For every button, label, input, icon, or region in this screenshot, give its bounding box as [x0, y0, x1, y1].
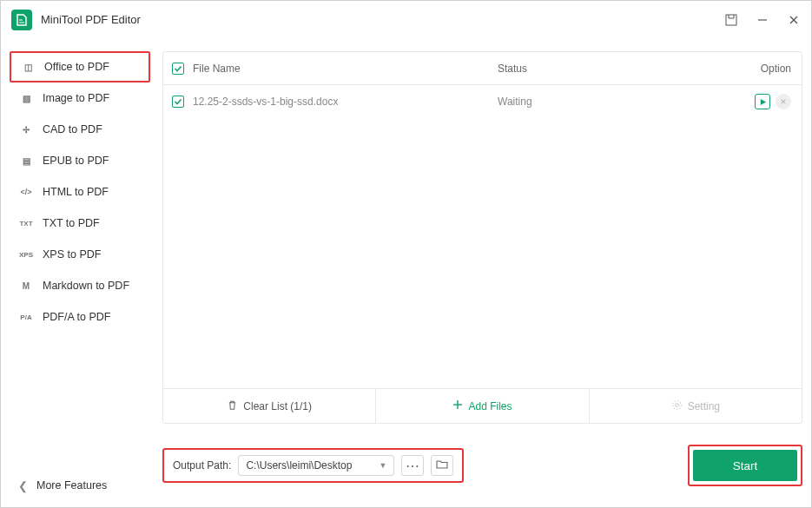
folder-icon: [436, 458, 448, 473]
sidebar-item-label: Image to PDF: [43, 92, 109, 104]
pdfa-icon: P/A: [18, 313, 34, 321]
save-window-icon[interactable]: [724, 13, 738, 27]
html-icon: </>: [18, 188, 34, 196]
close-button[interactable]: [787, 13, 801, 27]
output-path-group: Output Path: C:\Users\leimi\Desktop ▼ ⋯: [162, 448, 464, 483]
select-all-checkbox[interactable]: [172, 63, 184, 75]
sidebar-item-label: XPS to PDF: [43, 248, 101, 261]
txt-icon: TXT: [18, 220, 34, 228]
file-name-cell: 12.25-2-ssds-vs-1-big-ssd.docx: [193, 96, 498, 108]
column-header-option: Option: [732, 63, 802, 75]
app-logo: [11, 10, 32, 30]
chevron-down-icon: ▼: [379, 461, 386, 470]
bottom-bar: Output Path: C:\Users\leimi\Desktop ▼ ⋯ …: [162, 445, 802, 486]
trash-icon: [227, 399, 238, 413]
sidebar-item-label: EPUB to PDF: [43, 155, 109, 167]
sidebar-item-epub-to-pdf[interactable]: ▤ EPUB to PDF: [1, 145, 157, 176]
sidebar-item-label: Markdown to PDF: [43, 280, 129, 292]
row-checkbox[interactable]: [172, 96, 184, 108]
more-options-button[interactable]: ⋯: [401, 455, 424, 476]
sidebar-item-pdfa-to-pdf[interactable]: P/A PDF/A to PDF: [1, 301, 157, 333]
file-status-cell: Waiting: [498, 96, 732, 108]
titlebar: MiniTool PDF Editor: [1, 1, 811, 39]
output-path-dropdown[interactable]: C:\Users\leimi\Desktop ▼: [238, 455, 394, 476]
setting-label: Setting: [688, 400, 720, 412]
sidebar-item-label: CAD to PDF: [43, 123, 102, 135]
more-features-button[interactable]: ❮ More Features: [1, 464, 157, 507]
office-icon: ◫: [20, 63, 36, 72]
remove-row-button[interactable]: [776, 94, 791, 109]
clear-list-label: Clear List (1/1): [243, 400, 312, 412]
sidebar-item-html-to-pdf[interactable]: </> HTML to PDF: [1, 176, 157, 208]
cad-icon: ✢: [18, 125, 34, 135]
more-features-label: More Features: [36, 479, 107, 492]
start-button[interactable]: Start: [693, 450, 797, 481]
app-title: MiniTool PDF Editor: [41, 13, 724, 26]
sidebar-item-image-to-pdf[interactable]: ▧ Image to PDF: [1, 82, 157, 114]
svg-point-9: [675, 403, 678, 406]
svg-rect-0: [726, 15, 736, 25]
output-path-value: C:\Users\leimi\Desktop: [246, 459, 352, 472]
epub-icon: ▤: [18, 156, 34, 166]
sidebar-item-markdown-to-pdf[interactable]: M Markdown to PDF: [1, 270, 157, 301]
markdown-icon: M: [18, 281, 34, 291]
sidebar-item-cad-to-pdf[interactable]: ✢ CAD to PDF: [1, 114, 157, 145]
ellipsis-icon: ⋯: [406, 458, 419, 474]
sidebar-item-label: Office to PDF: [44, 61, 109, 73]
sidebar: ◫ Office to PDF ▧ Image to PDF ✢ CAD to …: [1, 39, 157, 507]
clear-list-button[interactable]: Clear List (1/1): [163, 389, 375, 423]
xps-icon: XPS: [18, 251, 34, 259]
table-header: File Name Status Option: [163, 52, 802, 85]
setting-button: Setting: [589, 389, 802, 423]
sidebar-item-xps-to-pdf[interactable]: XPS XPS to PDF: [1, 239, 157, 270]
table-footer: Clear List (1/1) Add Files Setting: [163, 388, 802, 423]
content-panel: File Name Status Option 12.25-2-ssds-vs-…: [157, 39, 811, 507]
browse-folder-button[interactable]: [431, 455, 453, 476]
sidebar-item-label: HTML to PDF: [43, 186, 109, 198]
gear-icon: [671, 399, 683, 413]
minimize-button[interactable]: [756, 13, 769, 27]
add-files-label: Add Files: [468, 400, 512, 412]
column-header-filename: File Name: [193, 63, 498, 75]
svg-point-10: [672, 400, 681, 409]
chevron-left-icon: ❮: [18, 479, 28, 492]
sidebar-item-txt-to-pdf[interactable]: TXT TXT to PDF: [1, 208, 157, 239]
file-table: File Name Status Option 12.25-2-ssds-vs-…: [162, 51, 802, 424]
output-path-label: Output Path:: [173, 459, 231, 472]
image-icon: ▧: [18, 94, 34, 103]
sidebar-item-label: PDF/A to PDF: [43, 311, 111, 323]
table-row[interactable]: 12.25-2-ssds-vs-1-big-ssd.docx Waiting: [163, 85, 802, 118]
convert-row-button[interactable]: [755, 94, 770, 109]
add-files-button[interactable]: Add Files: [375, 389, 588, 423]
plus-icon: [452, 399, 463, 412]
svg-marker-4: [760, 98, 765, 104]
sidebar-item-label: TXT to PDF: [43, 217, 100, 229]
column-header-status: Status: [498, 63, 732, 75]
sidebar-item-office-to-pdf[interactable]: ◫ Office to PDF: [10, 51, 150, 82]
